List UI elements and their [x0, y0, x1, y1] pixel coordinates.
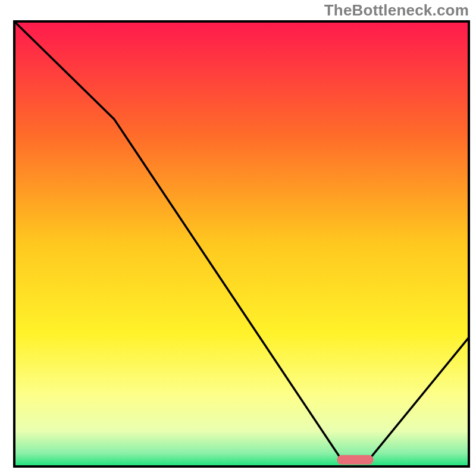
optimal-marker [337, 455, 373, 465]
chart-container: TheBottleneck.com [0, 0, 476, 476]
watermark-text: TheBottleneck.com [324, 1, 469, 20]
bottleneck-chart [0, 0, 476, 476]
